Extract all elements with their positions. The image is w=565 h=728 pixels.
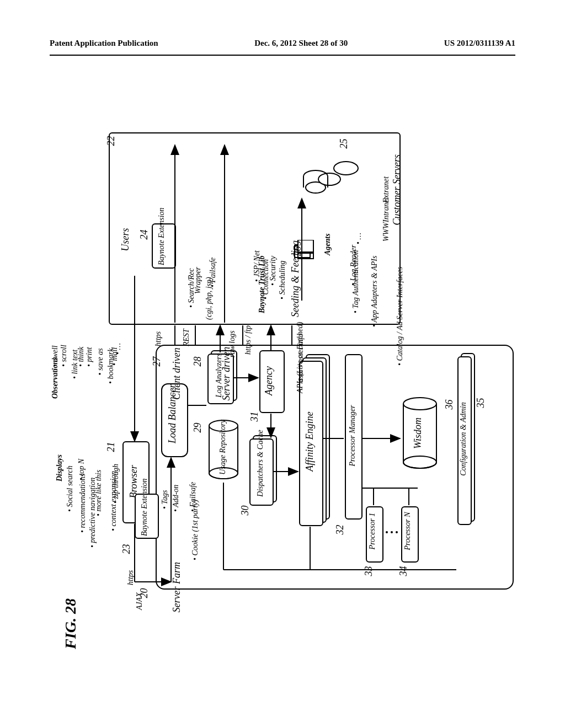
svg-point-35 (386, 531, 388, 533)
page-header: Patent Application Publication Dec. 6, 2… (0, 0, 565, 53)
svg-point-36 (391, 531, 393, 533)
diagram-canvas: Browser Baynote Extension Baynote Extens… (51, 108, 514, 659)
header-divider (50, 55, 515, 56)
arrows-overlay (51, 108, 514, 659)
header-left: Patent Application Publication (50, 39, 158, 48)
header-center: Dec. 6, 2012 Sheet 28 of 30 (254, 39, 348, 48)
header-right: US 2012/0311139 A1 (444, 39, 515, 48)
svg-point-37 (396, 531, 398, 533)
figure-label: FIG. 28 (62, 598, 79, 649)
